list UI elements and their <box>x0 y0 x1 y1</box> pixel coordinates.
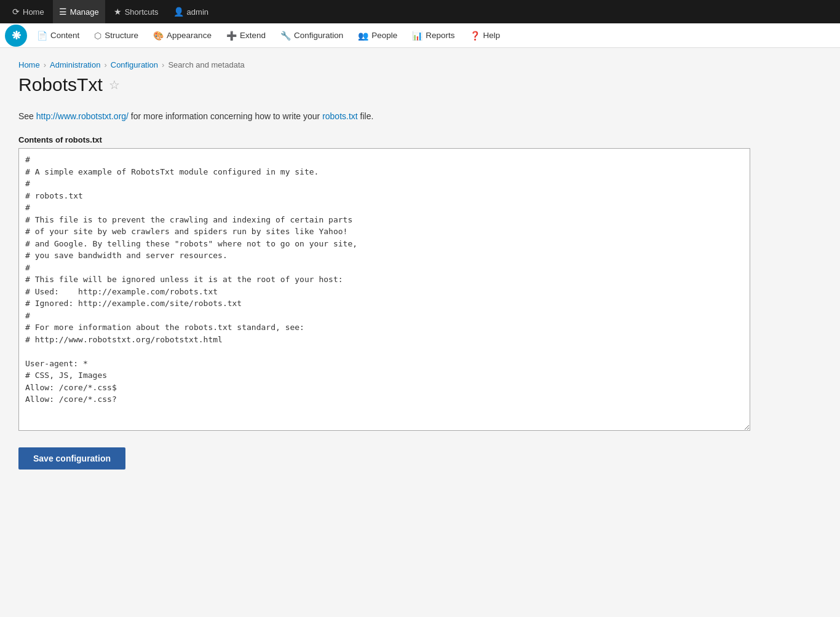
breadcrumb-sep-3: › <box>162 60 164 69</box>
configuration-icon: 🔧 <box>280 31 291 41</box>
manage-icon: ☰ <box>59 7 67 17</box>
robotstxt-org-link[interactable]: http://www.robotstxt.org/ <box>36 111 129 121</box>
nav-content[interactable]: 📄 Content <box>30 23 87 48</box>
people-icon: 👥 <box>358 31 368 41</box>
help-icon: ❓ <box>470 31 480 41</box>
nav-configuration[interactable]: 🔧 Configuration <box>273 23 351 48</box>
breadcrumb: Home › Administration › Configuration › … <box>18 60 822 69</box>
nav-reports[interactable]: 📊 Reports <box>405 23 462 48</box>
breadcrumb-sep-2: › <box>104 60 106 69</box>
admin-bar-user[interactable]: 👤 admin <box>167 0 215 23</box>
breadcrumb-configuration[interactable]: Configuration <box>111 60 158 69</box>
content-icon: 📄 <box>37 31 47 41</box>
description: See http://www.robotstxt.org/ for more i… <box>18 110 822 123</box>
secondary-nav: ❋ 📄 Content ⬡ Structure 🎨 Appearance ➕ E… <box>0 23 840 48</box>
nav-appearance[interactable]: 🎨 Appearance <box>146 23 219 48</box>
breadcrumb-administration[interactable]: Administration <box>50 60 100 69</box>
textarea-label: Contents of robots.txt <box>18 135 822 144</box>
textarea-wrapper: # # A simple example of RobotsTxt module… <box>18 148 750 433</box>
nav-extend[interactable]: ➕ Extend <box>219 23 273 48</box>
breadcrumb-current: Search and metadata <box>168 60 244 69</box>
nav-people[interactable]: 👥 People <box>351 23 405 48</box>
admin-bar-manage[interactable]: ☰ Manage <box>53 0 105 23</box>
page-title: RobotsTxt ☆ <box>18 74 822 95</box>
user-icon: 👤 <box>173 7 184 17</box>
form-section: Contents of robots.txt # # A simple exam… <box>18 135 822 433</box>
save-configuration-button[interactable]: Save configuration <box>18 447 125 470</box>
breadcrumb-home[interactable]: Home <box>18 60 40 69</box>
extend-icon: ➕ <box>226 31 237 41</box>
reports-icon: 📊 <box>412 31 422 41</box>
favorite-star-icon[interactable]: ☆ <box>109 77 120 92</box>
robots-txt-textarea[interactable]: # # A simple example of RobotsTxt module… <box>18 148 750 431</box>
main-content: Home › Administration › Configuration › … <box>0 48 840 617</box>
breadcrumb-sep-1: › <box>44 60 46 69</box>
robots-txt-link[interactable]: robots.txt <box>322 111 358 121</box>
admin-bar-home[interactable]: ⟳ Home <box>6 0 50 23</box>
admin-bar: ⟳ Home ☰ Manage ★ Shortcuts 👤 admin <box>0 0 840 23</box>
home-icon: ⟳ <box>12 7 20 17</box>
nav-help[interactable]: ❓ Help <box>462 23 508 48</box>
appearance-icon: 🎨 <box>153 31 164 41</box>
admin-bar-shortcuts[interactable]: ★ Shortcuts <box>108 0 165 23</box>
nav-structure[interactable]: ⬡ Structure <box>87 23 146 48</box>
site-logo[interactable]: ❋ <box>5 25 27 47</box>
structure-icon: ⬡ <box>94 31 101 41</box>
star-icon: ★ <box>114 7 122 17</box>
